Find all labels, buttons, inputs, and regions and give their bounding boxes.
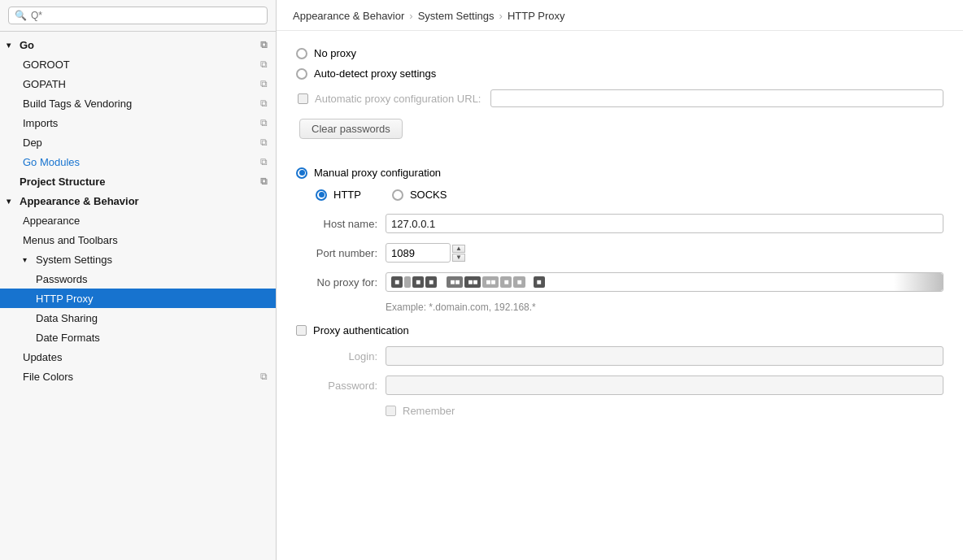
sidebar-item-go-modules[interactable]: Go Modules ⧉ (0, 152, 276, 171)
chevron-down-icon: ▾ (7, 41, 16, 50)
sidebar-item-label: System Settings (36, 254, 112, 266)
auto-detect-row[interactable]: Auto-detect proxy settings (296, 67, 943, 80)
copy-icon: ⧉ (260, 156, 268, 167)
clear-passwords-button[interactable]: Clear passwords (299, 119, 403, 139)
search-input-wrap[interactable]: 🔍 (8, 7, 268, 24)
proxy-chip-3: ■ (412, 276, 424, 288)
password-label: Password: (296, 380, 386, 392)
breadcrumb-sep-1: › (409, 10, 412, 22)
breadcrumb: Appearance & Behavior › System Settings … (277, 0, 963, 31)
manual-proxy-section: Manual proxy configuration HTTP SOCKS (296, 167, 943, 201)
proxy-chip-5: ■■ (447, 276, 463, 288)
sidebar-item-label: Updates (23, 351, 62, 363)
copy-icon: ⧉ (260, 117, 268, 128)
manual-proxy-radio[interactable] (296, 167, 307, 179)
sidebar-item-dep[interactable]: Dep ⧉ (0, 132, 276, 152)
sidebar-item-gopath[interactable]: GOPATH ⧉ (0, 74, 276, 93)
http-radio[interactable] (316, 189, 327, 201)
auto-detect-radio[interactable] (296, 68, 307, 80)
sidebar-item-data-sharing[interactable]: Data Sharing (0, 308, 276, 328)
sidebar-item-system-settings[interactable]: ▾ System Settings (0, 250, 276, 269)
no-proxy-example: Example: *.domain.com, 192.168.* (386, 302, 943, 313)
auto-config-row: Automatic proxy configuration URL: (296, 89, 943, 107)
sidebar-item-imports[interactable]: Imports ⧉ (0, 113, 276, 132)
port-label: Port number: (296, 247, 386, 259)
sidebar-item-http-proxy[interactable]: HTTP Proxy (0, 289, 276, 308)
copy-icon: ⧉ (260, 78, 268, 89)
search-bar: 🔍 (0, 0, 276, 32)
protocol-buttons: HTTP SOCKS (316, 189, 943, 201)
port-input[interactable] (386, 243, 451, 263)
sidebar-item-label: Appearance (23, 215, 80, 227)
sidebar-item-label: Date Formats (36, 332, 100, 344)
sidebar-item-file-colors[interactable]: File Colors ⧉ (0, 367, 276, 386)
proxy-auth-label: Proxy authentication (313, 324, 409, 336)
no-proxy-for-input[interactable]: ■ ■ ■ ■■ ■■ ■■ ■ ■ ■ (386, 272, 943, 292)
proxy-chip-9: ■ (513, 276, 525, 288)
sidebar-item-passwords[interactable]: Passwords (0, 269, 276, 289)
breadcrumb-part-1: Appearance & Behavior (293, 10, 404, 22)
port-number-row: Port number: ▲ ▼ (296, 243, 943, 263)
remember-label: Remember (403, 405, 455, 417)
remember-row: Remember (386, 405, 943, 417)
breadcrumb-part-2: System Settings (418, 10, 495, 22)
copy-icon: ⧉ (260, 176, 268, 187)
sidebar-item-goroot[interactable]: GOROOT ⧉ (0, 54, 276, 74)
http-label: HTTP (333, 189, 361, 201)
search-icon: 🔍 (15, 10, 27, 21)
sidebar-item-label: HTTP Proxy (36, 293, 94, 305)
port-spinner-up[interactable]: ▲ (452, 245, 465, 253)
sidebar-item-label: Dep (23, 137, 42, 149)
breadcrumb-sep-2: › (499, 10, 503, 22)
copy-icon: ⧉ (260, 59, 268, 70)
auto-config-checkbox[interactable] (298, 93, 308, 104)
remember-checkbox[interactable] (386, 406, 396, 416)
auto-config-url-input[interactable] (490, 89, 943, 107)
sidebar-item-appearance-behavior[interactable]: ▾ Appearance & Behavior (0, 191, 276, 211)
no-proxy-for-row: No proxy for: ■ ■ ■ ■■ ■■ ■■ ■ ■ ■ (296, 272, 943, 292)
proxy-chip-10: ■ (534, 276, 545, 288)
port-input-wrap: ▲ ▼ (386, 243, 465, 263)
proxy-auth-row: Proxy authentication (296, 324, 943, 336)
proxy-auth-checkbox[interactable] (296, 325, 307, 336)
sidebar-item-label: Imports (23, 117, 58, 129)
sidebar-item-label: Appearance & Behavior (20, 195, 139, 207)
sidebar-item-label: File Colors (23, 371, 73, 383)
host-input[interactable] (386, 214, 943, 233)
password-input[interactable] (386, 376, 943, 395)
sidebar-item-label: Data Sharing (36, 312, 98, 324)
chevron-down-icon: ▾ (7, 197, 16, 206)
port-spinner: ▲ ▼ (452, 245, 465, 262)
sidebar-item-go[interactable]: ▾ Go ⧉ (0, 35, 276, 54)
http-protocol-row[interactable]: HTTP (316, 189, 361, 201)
port-spinner-down[interactable]: ▼ (452, 254, 465, 262)
sidebar-item-menus-toolbars[interactable]: Menus and Toolbars (0, 230, 276, 250)
sidebar-item-appearance[interactable]: Appearance (0, 211, 276, 230)
auto-config-label: Automatic proxy configuration URL: (315, 93, 481, 105)
search-input[interactable] (31, 10, 261, 21)
sidebar: 🔍 ▾ Go ⧉ GOROOT ⧉ GOPATH ⧉ Build Tags & … (0, 0, 277, 560)
no-proxy-radio[interactable] (296, 48, 307, 59)
login-input[interactable] (386, 346, 943, 366)
sidebar-item-build-tags[interactable]: Build Tags & Vendoring ⧉ (0, 93, 276, 113)
settings-panel: No proxy Auto-detect proxy settings Auto… (277, 31, 963, 560)
proxy-chip-7: ■■ (482, 276, 499, 288)
login-label: Login: (296, 350, 386, 362)
host-name-row: Host name: (296, 214, 943, 233)
copy-icon: ⧉ (260, 39, 268, 50)
sidebar-item-date-formats[interactable]: Date Formats (0, 328, 276, 347)
socks-label: SOCKS (410, 189, 447, 201)
sidebar-item-project-structure[interactable]: ▾ Project Structure ⧉ (0, 171, 276, 191)
login-row: Login: (296, 346, 943, 366)
sidebar-item-label: Project Structure (20, 176, 105, 188)
socks-radio[interactable] (392, 189, 403, 201)
chevron-down-icon: ▾ (23, 255, 33, 264)
sidebar-item-label: Build Tags & Vendoring (23, 98, 132, 110)
sidebar-item-updates[interactable]: Updates (0, 347, 276, 367)
sidebar-item-label: GOROOT (23, 59, 70, 71)
no-proxy-row[interactable]: No proxy (296, 47, 943, 59)
socks-protocol-row[interactable]: SOCKS (392, 189, 447, 201)
breadcrumb-part-3: HTTP Proxy (508, 10, 565, 22)
host-label: Host name: (296, 218, 386, 230)
manual-proxy-label: Manual proxy configuration (314, 167, 441, 179)
